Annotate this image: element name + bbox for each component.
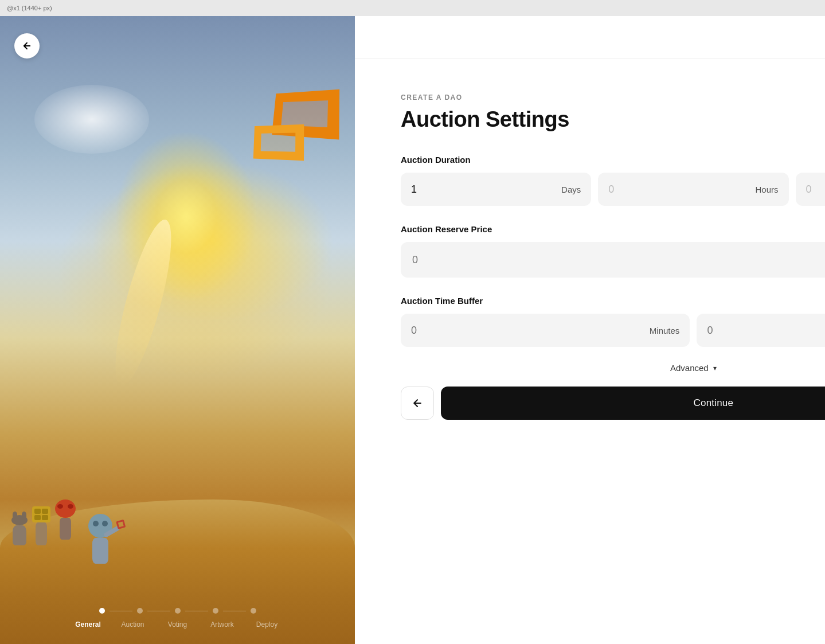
reserve-price-input[interactable] (401, 242, 825, 278)
step-dot-5 (251, 608, 256, 614)
back-button[interactable] (401, 387, 434, 420)
minutes-input-group: Minutes (796, 173, 826, 206)
days-input[interactable] (401, 173, 559, 206)
character-blue (80, 514, 120, 534)
minutes-input[interactable] (796, 173, 826, 206)
step-line-2 (147, 611, 170, 611)
step-line-1 (110, 611, 132, 611)
step-line-3 (185, 611, 208, 611)
buffer-minutes-suffix: Minutes (647, 326, 690, 335)
step-dot-1 (99, 608, 105, 614)
footer-row: Continue (401, 387, 825, 420)
step-label-auction: Auction (111, 620, 155, 629)
duration-row: Days Hours Minutes (401, 173, 825, 206)
reserve-price-label: Auction Reserve Price (401, 224, 825, 234)
header: 🤖 dain.eth ••• (355, 16, 825, 59)
duration-section-label: Auction Duration (401, 155, 825, 165)
character-pumpkin (55, 499, 76, 540)
time-buffer-section-label: Auction Time Buffer (401, 296, 825, 306)
page-title: Auction Settings (401, 107, 825, 132)
eth-input-group: ETH (401, 242, 825, 278)
days-input-group: Days (401, 173, 591, 206)
step-dot-4 (213, 608, 218, 614)
advanced-label: Advanced (670, 363, 709, 373)
advanced-toggle[interactable]: Advanced ▾ (401, 363, 825, 373)
character-block (32, 506, 50, 545)
step-label-deploy: Deploy (245, 620, 290, 629)
left-back-button[interactable] (14, 33, 40, 58)
window-title: @x1 (1440+ px) (7, 5, 52, 11)
progress-dots (99, 608, 256, 614)
chevron-down-icon: ▾ (713, 364, 717, 372)
shape-box-2 (253, 124, 304, 161)
window-bar: @x1 (1440+ px) (0, 0, 825, 16)
right-panel: 🤖 dain.eth ••• CREATE A DAO Auction Sett… (355, 16, 825, 644)
left-panel: General Auction Voting Artwork Deploy (0, 16, 355, 644)
reserve-price-section: Auction Reserve Price ETH (401, 224, 825, 278)
artwork-shapes (223, 91, 338, 177)
back-arrow-icon (412, 397, 423, 409)
hours-input[interactable] (598, 173, 753, 206)
days-suffix: Days (559, 185, 591, 194)
step-dot-2 (137, 608, 143, 614)
buffer-row: Minutes Seconds (401, 314, 825, 347)
back-arrow-icon (22, 41, 32, 51)
step-label-general: General (66, 620, 111, 629)
step-labels: General Auction Voting Artwork Deploy (66, 620, 290, 629)
step-line-4 (223, 611, 246, 611)
step-dot-3 (175, 608, 181, 614)
hours-suffix: Hours (753, 185, 788, 194)
artwork-clouds (34, 85, 149, 154)
buffer-minutes-group: Minutes (401, 314, 690, 347)
continue-button[interactable]: Continue (441, 387, 825, 420)
step-label-voting: Voting (155, 620, 200, 629)
characters-group (11, 499, 120, 545)
character-cat (11, 515, 28, 545)
step-label-artwork: Artwork (200, 620, 245, 629)
buffer-seconds-input[interactable] (697, 314, 825, 347)
buffer-seconds-group: Seconds (697, 314, 825, 347)
create-label: CREATE A DAO (401, 93, 825, 102)
main-content: CREATE A DAO Auction Settings Auction Du… (355, 59, 825, 644)
hours-input-group: Hours (598, 173, 788, 206)
progress-bar: General Auction Voting Artwork Deploy (66, 608, 290, 629)
buffer-minutes-input[interactable] (401, 314, 647, 347)
